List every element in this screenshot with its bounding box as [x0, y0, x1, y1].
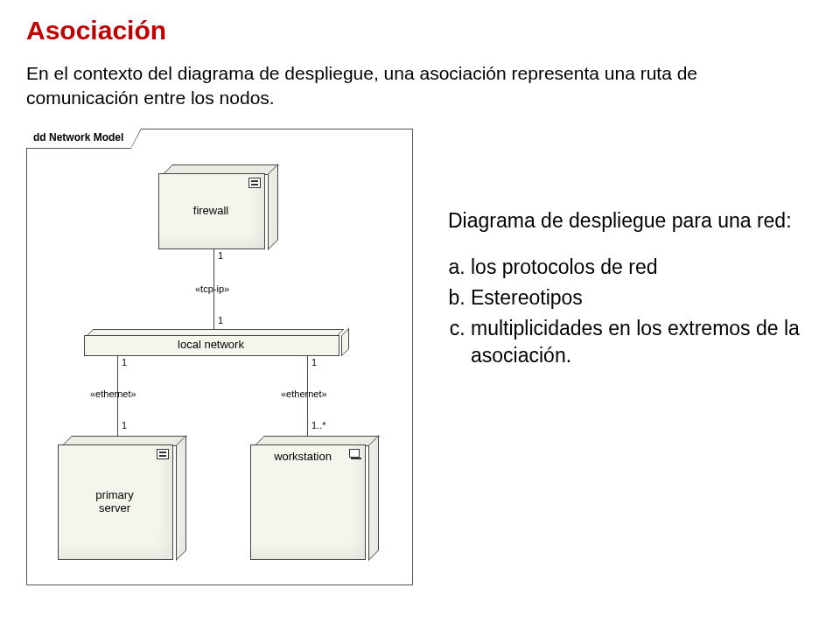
- side-list-item: Estereotipos: [471, 284, 814, 312]
- diagram-frame: dd Network Model firewall 1 «tcp-ip» 1: [26, 129, 413, 585]
- side-heading: Diagrama de despliegue para una red:: [448, 207, 814, 234]
- side-list: los protocolos de red Estereotipos multi…: [448, 254, 814, 369]
- mult-ln-right-top: 1: [312, 357, 317, 368]
- side-text: Diagrama de despliegue para una red: los…: [448, 129, 814, 373]
- node-firewall-label: firewall: [158, 204, 263, 218]
- side-list-item: los protocolos de red: [471, 254, 814, 281]
- node-primary-server-label: primary server: [58, 488, 172, 515]
- intro-paragraph: En el contexto del diagrama de despliegu…: [26, 61, 814, 111]
- mult-ln-left-top: 1: [122, 357, 127, 368]
- slide: Asociación En el contexto del diagrama d…: [0, 0, 840, 630]
- side-list-item: multiplicidades en los extremos de la as…: [471, 315, 814, 369]
- content-row: dd Network Model firewall 1 «tcp-ip» 1: [26, 129, 814, 585]
- frame-title-text: dd Network Model: [33, 131, 123, 144]
- mult-fw-top: 1: [218, 250, 223, 261]
- node-local-network-label: local network: [84, 338, 338, 351]
- frame-title-tab: dd Network Model: [26, 129, 131, 149]
- mult-ln-right-bot: 1..*: [312, 420, 326, 430]
- mult-ln-left-bot: 1: [122, 420, 127, 430]
- stereo-ethernet-left: «ethernet»: [90, 388, 136, 399]
- node-workstation-label: workstation: [250, 450, 355, 464]
- page-title: Asociación: [26, 16, 814, 46]
- device-icon: [248, 178, 261, 188]
- stereo-ethernet-right: «ethernet»: [281, 388, 327, 399]
- device-icon: [157, 449, 169, 459]
- stereo-tcp-ip: «tcp-ip»: [195, 284, 229, 294]
- mult-fw-bot: 1: [218, 315, 223, 326]
